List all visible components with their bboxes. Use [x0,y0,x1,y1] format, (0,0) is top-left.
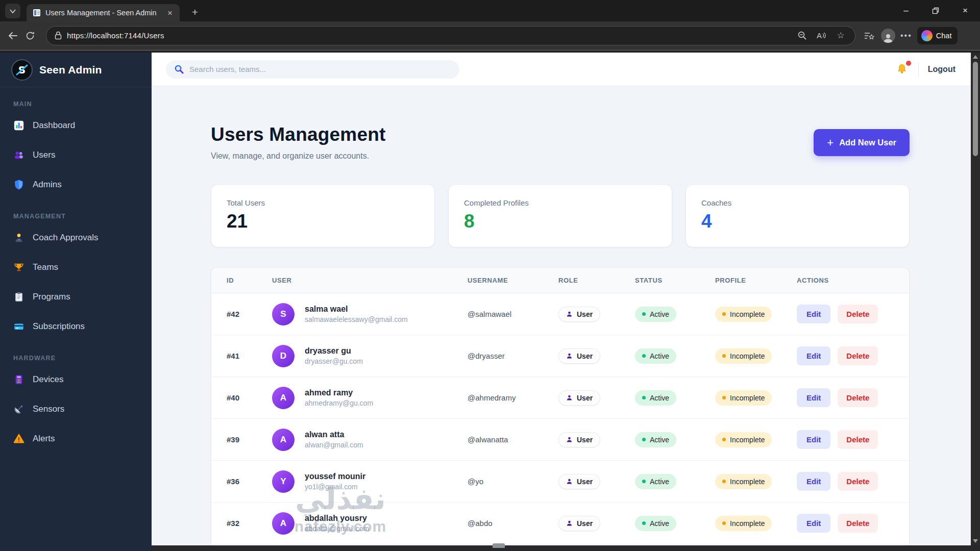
delete-button[interactable]: Delete [838,430,878,449]
tab-close-icon[interactable]: × [165,8,175,18]
role-badge: User [558,432,600,447]
favorites-list-icon [864,31,874,40]
user-email: dryasser@gu.com [305,357,363,365]
role-badge: User [558,474,600,489]
status-badge: Active [635,348,676,364]
table-row: #39 A alwan atta alwan@gmail.com @alwana… [211,419,909,461]
scrollbar-thumb[interactable] [973,62,978,156]
app-topbar: Logout [152,53,971,86]
sidebar-item-sensors[interactable]: Sensors [0,394,152,424]
search-input[interactable] [189,65,451,73]
add-new-user-button[interactable]: + Add New User [814,129,910,156]
notifications-button[interactable] [896,63,909,76]
sidebar-item-programs[interactable]: Programs [0,282,152,312]
favorites-bar-button[interactable] [861,27,878,44]
profile-badge: Incomplete [715,474,772,489]
page-title: Users Management [211,124,386,145]
read-aloud-button[interactable]: A [814,29,828,43]
logout-button[interactable]: Logout [928,65,955,74]
edit-button[interactable]: Edit [797,430,830,449]
new-tab-button[interactable]: + [188,5,202,19]
edit-button[interactable]: Edit [797,305,830,323]
person-icon [566,520,573,527]
sidebar-item-subscriptions[interactable]: Subscriptions [0,312,152,341]
favorite-star-button[interactable]: ☆ [834,29,848,43]
sidebar-item-coach-approvals[interactable]: Coach Approvals [0,223,152,253]
username: @dryasser [468,352,558,360]
browser-menu-button[interactable]: ••• [898,31,914,40]
users-icon [13,149,24,161]
table-row: #41 D dryasser gu dryasser@gu.com @dryas… [211,335,909,377]
status-badge: Active [635,474,676,489]
profile-label: Incomplete [730,310,765,318]
search-icon [174,64,184,74]
status-badge: Active [635,432,676,447]
seen-admin-logo-icon: S [11,59,33,81]
edit-button[interactable]: Edit [797,514,830,533]
sidebar-item-label: Dashboard [33,120,75,131]
edit-button[interactable]: Edit [797,346,830,365]
zoom-out-button[interactable] [795,29,809,43]
user-email: yo1l@gmail.com [305,483,365,491]
edit-button[interactable]: Edit [797,472,830,491]
role-label: User [577,519,593,528]
page-scrollbar[interactable] [971,53,980,551]
scroll-up-arrow-icon[interactable] [973,55,978,59]
sidebar-item-users[interactable]: Users [0,140,152,170]
window-restore-button[interactable] [921,0,950,21]
taskbar-handle[interactable] [493,543,505,548]
person-icon [566,394,573,401]
role-label: User [577,394,593,402]
col-header-username: USERNAME [468,277,558,284]
profile-dot-icon [722,354,726,358]
profile-label: Incomplete [730,394,765,402]
sidebar-item-dashboard[interactable]: Dashboard [0,111,152,140]
profile-avatar[interactable] [881,29,895,43]
status-dot-icon [642,480,646,483]
page-favicon-icon [33,9,41,17]
table-body: #42 S salma wael salmawaelelessawy@gmail… [211,293,909,544]
delete-button[interactable]: Delete [838,472,878,491]
delete-button[interactable]: Delete [838,305,878,323]
avatar: A [272,429,295,451]
profile-dot-icon [722,438,726,441]
url-text[interactable]: https://localhost:7144/Users [67,31,790,40]
role-badge: User [558,348,600,364]
stat-label: Total Users [227,198,419,207]
page-header: Users Management View, manage, and organ… [211,124,910,161]
content: Users Management View, manage, and organ… [152,86,971,551]
status-label: Active [650,310,669,318]
window-minimize-button[interactable]: – [891,0,921,21]
browser-tab-active[interactable]: Users Management - Seen Admin × [27,4,180,21]
sidebar-item-devices[interactable]: Devices [0,365,152,394]
copilot-chat-button[interactable]: Chat [917,27,958,44]
trophy-icon [13,262,24,273]
window-close-button[interactable]: × [950,0,980,21]
status-badge: Active [635,516,676,531]
sidebar-item-label: Coach Approvals [33,233,99,243]
delete-button[interactable]: Delete [838,388,878,407]
profile-label: Incomplete [730,352,765,360]
back-button[interactable] [4,27,21,44]
refresh-button[interactable] [21,27,39,44]
delete-button[interactable]: Delete [838,514,878,533]
sidebar-item-alerts[interactable]: Alerts [0,424,152,454]
address-bar[interactable]: https://localhost:7144/Users A ☆ [46,26,855,45]
window-controls: – × [891,0,980,21]
tab-search-button[interactable] [5,4,20,18]
role-label: User [577,478,593,486]
delete-button[interactable]: Delete [838,346,878,365]
row-id: #40 [227,393,272,402]
scroll-down-arrow-icon[interactable] [973,539,978,543]
sidebar-item-teams[interactable]: Teams [0,253,152,282]
sidebar-item-admins[interactable]: Admins [0,170,152,199]
toolbar-right-cluster: ••• Chat [861,27,958,44]
global-search[interactable] [166,60,459,79]
stat-value: 21 [227,211,419,232]
role-badge: User [558,390,600,406]
screen: Users Management - Seen Admin × + – × ht… [0,0,980,551]
status-dot-icon [642,312,646,316]
chat-label: Chat [936,32,952,40]
edit-button[interactable]: Edit [797,388,830,407]
table-row: #42 S salma wael salmawaelelessawy@gmail… [211,293,909,335]
